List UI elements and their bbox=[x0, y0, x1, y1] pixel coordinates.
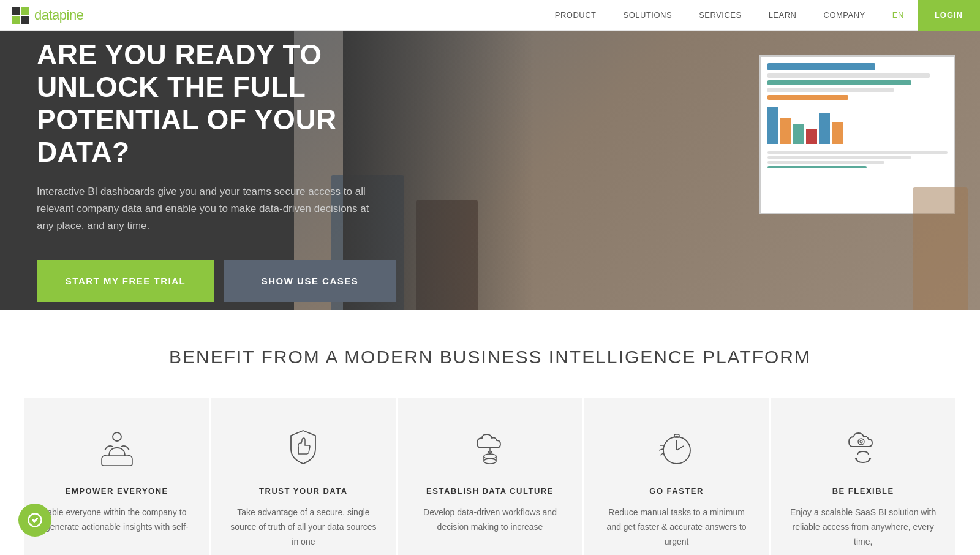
card-empower: EMPOWER EVERYONE able everyone within th… bbox=[24, 398, 211, 555]
show-use-cases-button[interactable]: SHOW USE CASES bbox=[224, 260, 396, 302]
logo-text: datapine bbox=[34, 7, 83, 23]
svg-line-9 bbox=[677, 446, 684, 450]
login-button[interactable]: LOGIN bbox=[918, 0, 980, 31]
card-culture-title: ESTABLISH DATA CULTURE bbox=[426, 486, 554, 496]
benefit-section: BENEFIT FROM A MODERN BUSINESS INTELLIGE… bbox=[0, 310, 980, 555]
svg-point-12 bbox=[860, 440, 862, 443]
card-faster: GO FASTER Reduce manual tasks to a minim… bbox=[584, 398, 771, 555]
card-empower-text: able everyone within the company to gene… bbox=[42, 505, 192, 535]
start-trial-button[interactable]: START MY FREE TRIAL bbox=[37, 260, 214, 302]
benefit-title: BENEFIT FROM A MODERN BUSINESS INTELLIGE… bbox=[24, 347, 956, 368]
checkmark-icon bbox=[26, 512, 43, 529]
hero-section: ARE YOU READY TO UNLOCK THE FULL POTENTI… bbox=[0, 31, 980, 310]
card-flexible-text: Enjoy a scalable SaaS BI solution with r… bbox=[788, 505, 938, 549]
benefit-cards: EMPOWER EVERYONE able everyone within th… bbox=[24, 398, 956, 555]
svg-point-5 bbox=[484, 459, 496, 464]
card-empower-title: EMPOWER EVERYONE bbox=[66, 486, 168, 496]
flexible-icon bbox=[839, 423, 888, 472]
logo[interactable]: datapine bbox=[12, 7, 83, 24]
card-culture-text: Develop data-driven workflows and decisi… bbox=[415, 505, 565, 535]
nav-item-lang[interactable]: EN bbox=[879, 0, 918, 31]
chat-badge[interactable] bbox=[18, 504, 51, 537]
nav-item-services[interactable]: SERVICES bbox=[685, 0, 755, 31]
nav-item-learn[interactable]: LEARN bbox=[755, 0, 810, 31]
card-flexible: BE FLEXIBLE Enjoy a scalable SaaS BI sol… bbox=[771, 398, 956, 555]
svg-point-11 bbox=[858, 439, 864, 445]
nav-item-solutions[interactable]: SOLUTIONS bbox=[610, 0, 686, 31]
card-flexible-title: BE FLEXIBLE bbox=[832, 486, 894, 496]
nav-links: PRODUCT SOLUTIONS SERVICES LEARN COMPANY… bbox=[541, 0, 918, 31]
logo-icon bbox=[12, 7, 29, 24]
hero-buttons: START MY FREE TRIAL SHOW USE CASES bbox=[37, 260, 417, 302]
empower-icon bbox=[92, 423, 141, 472]
svg-point-0 bbox=[113, 432, 121, 441]
faster-icon bbox=[652, 423, 701, 472]
nav-item-company[interactable]: COMPANY bbox=[810, 0, 879, 31]
card-faster-text: Reduce manual tasks to a minimum and get… bbox=[601, 505, 752, 549]
card-trust: TRUST YOUR DATA Take advantage of a secu… bbox=[211, 398, 398, 555]
hero-content: ARE YOU READY TO UNLOCK THE FULL POTENTI… bbox=[0, 39, 453, 302]
nav-item-product[interactable]: PRODUCT bbox=[541, 0, 610, 31]
hero-title: ARE YOU READY TO UNLOCK THE FULL POTENTI… bbox=[37, 39, 417, 168]
hero-subtitle: Interactive BI dashboards give you and y… bbox=[37, 183, 380, 235]
card-trust-text: Take advantage of a secure, single sourc… bbox=[228, 505, 379, 549]
card-trust-title: TRUST YOUR DATA bbox=[259, 486, 348, 496]
navbar: datapine PRODUCT SOLUTIONS SERVICES LEAR… bbox=[0, 0, 980, 31]
card-faster-title: GO FASTER bbox=[649, 486, 704, 496]
svg-rect-10 bbox=[674, 434, 679, 437]
card-culture: ESTABLISH DATA CULTURE Develop data-driv… bbox=[398, 398, 584, 555]
trust-icon bbox=[279, 423, 328, 472]
culture-icon bbox=[466, 423, 514, 472]
